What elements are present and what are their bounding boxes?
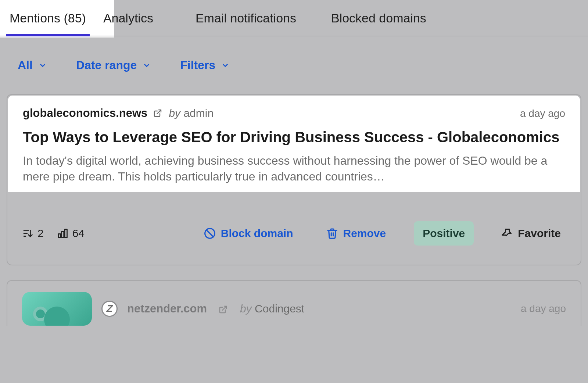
tab-email-notifications-label: Email notifications xyxy=(196,11,296,25)
chevron-down-icon xyxy=(221,61,229,69)
traffic-stat: 64 xyxy=(57,227,85,240)
block-icon xyxy=(204,228,216,239)
block-domain-label: Block domain xyxy=(221,227,293,240)
pin-icon xyxy=(502,228,513,239)
external-link-icon[interactable] xyxy=(153,109,162,118)
chevron-down-icon xyxy=(143,61,151,69)
mention-source-row: globaleconomics.news by admin a day ago xyxy=(23,107,565,120)
bar-chart-icon xyxy=(57,228,68,239)
svg-line-0 xyxy=(157,110,161,114)
svg-rect-6 xyxy=(61,232,64,237)
filter-filters-dropdown[interactable]: Filters xyxy=(180,58,229,72)
tab-blocked-domains-label: Blocked domains xyxy=(331,11,426,25)
mention-author: admin xyxy=(183,107,214,119)
favorite-button[interactable]: Favorite xyxy=(496,223,566,243)
external-link-icon[interactable] xyxy=(219,305,227,314)
tab-analytics-label: Analytics xyxy=(103,11,153,25)
filter-filters-label: Filters xyxy=(180,58,215,72)
by-label: by xyxy=(169,107,180,119)
filters-row: All Date range Filters xyxy=(0,36,588,94)
trash-icon xyxy=(326,228,338,239)
sort-count-value: 2 xyxy=(37,227,44,240)
remove-label: Remove xyxy=(343,227,386,240)
chevron-down-icon xyxy=(39,61,47,69)
sort-down-icon xyxy=(22,228,33,239)
filter-date-range-label: Date range xyxy=(76,58,137,72)
svg-rect-7 xyxy=(65,229,67,238)
mention-card: Z netzender.com by Codingest a day ago xyxy=(7,280,581,326)
mention-byline: by admin xyxy=(169,107,214,119)
mention-timeago: a day ago xyxy=(520,108,565,119)
sentiment-label: Positive xyxy=(423,227,465,239)
mention-domain[interactable]: netzender.com xyxy=(127,302,207,315)
by-label: by xyxy=(240,303,252,315)
mention-card: globaleconomics.news by admin a day ago … xyxy=(7,94,581,265)
mention-card-highlighted-region: globaleconomics.news by admin a day ago … xyxy=(8,96,580,192)
tab-analytics[interactable]: Analytics xyxy=(101,8,155,36)
filter-date-range-dropdown[interactable]: Date range xyxy=(76,58,151,72)
svg-line-9 xyxy=(206,230,213,237)
mention-title[interactable]: Top Ways to Leverage SEO for Driving Bus… xyxy=(23,128,565,146)
mention-thumbnail xyxy=(22,292,92,326)
remove-button[interactable]: Remove xyxy=(321,223,391,243)
favicon: Z xyxy=(101,301,118,317)
tabs-bar: Mentions (85) Analytics Email notificati… xyxy=(0,0,588,36)
mention-domain[interactable]: globaleconomics.news xyxy=(23,107,147,120)
tab-email-notifications[interactable]: Email notifications xyxy=(193,8,298,36)
mention-actions-row: 2 64 Block domain Remove Positive Favori… xyxy=(7,192,581,265)
svg-line-10 xyxy=(222,306,226,310)
traffic-value: 64 xyxy=(72,227,85,240)
favicon-letter: Z xyxy=(106,303,112,315)
filter-all-label: All xyxy=(18,58,33,72)
svg-rect-5 xyxy=(58,234,60,238)
sort-count-stat: 2 xyxy=(22,227,44,240)
mention-excerpt: In today's digital world, achieving busi… xyxy=(23,153,565,185)
block-domain-button[interactable]: Block domain xyxy=(199,223,298,243)
sentiment-badge[interactable]: Positive xyxy=(414,221,474,246)
mention-timeago: a day ago xyxy=(521,303,566,315)
mention-byline: by Codingest xyxy=(240,303,304,315)
tab-blocked-domains[interactable]: Blocked domains xyxy=(329,8,429,36)
mention-author: Codingest xyxy=(255,303,304,315)
favorite-label: Favorite xyxy=(518,227,561,240)
filter-all-dropdown[interactable]: All xyxy=(18,58,47,72)
tab-mentions[interactable]: Mentions (85) xyxy=(7,8,88,36)
tab-mentions-label: Mentions (85) xyxy=(10,11,86,25)
